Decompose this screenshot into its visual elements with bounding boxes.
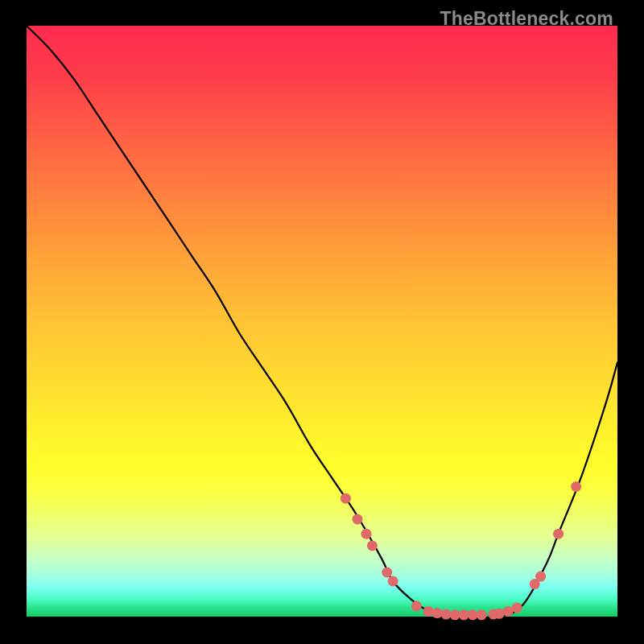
data-point (571, 481, 581, 492)
data-point (367, 540, 378, 551)
data-point (535, 572, 546, 582)
data-point (361, 529, 372, 539)
bottleneck-curve (27, 26, 617, 617)
data-point (388, 576, 398, 587)
watermark-text: TheBottleneck.com (440, 8, 613, 30)
data-point (512, 603, 522, 613)
data-point (494, 609, 505, 619)
data-point (382, 568, 392, 578)
data-point (341, 493, 351, 504)
data-point (477, 609, 487, 620)
data-point (432, 608, 443, 618)
data-point (411, 601, 422, 611)
data-point (423, 606, 434, 617)
data-point (353, 514, 363, 524)
data-point (450, 609, 460, 620)
chart-svg (27, 26, 617, 617)
chart-plot-area (27, 26, 617, 617)
data-point (553, 529, 564, 539)
